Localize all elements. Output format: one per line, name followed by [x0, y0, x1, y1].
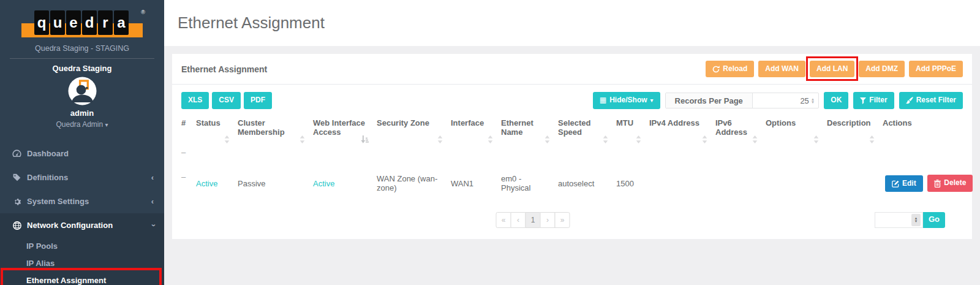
add-dmz-button[interactable]: Add DMZ [859, 61, 905, 77]
pagination-last[interactable]: » [555, 212, 570, 228]
sidebar-item-ip-alias[interactable]: IP Alias [0, 254, 164, 272]
export-csv-button[interactable]: CSV [212, 92, 241, 108]
sort-icon [437, 135, 443, 145]
col-header-index: # [181, 118, 196, 147]
sort-icon [702, 135, 707, 145]
sidebar: q u e d r a ® Quedra Staging - STAGING Q… [0, 0, 164, 285]
logo-letter: d [82, 10, 97, 35]
sidebar-item-ethernet-assignment[interactable]: Ethernet Assignment [0, 272, 164, 285]
cell-security-zone: WAN Zone (wan-zone) [377, 166, 451, 201]
gears-icon [12, 197, 21, 206]
cell-cluster-membership: Passive [238, 166, 313, 201]
sort-icon [300, 135, 305, 145]
sidebar-item-ip-pools[interactable]: IP Pools [0, 237, 164, 254]
records-per-page-input[interactable] [753, 93, 809, 108]
delete-button[interactable]: Delete [927, 175, 973, 191]
sort-icon [813, 135, 819, 145]
cell-status[interactable]: Active [196, 166, 238, 201]
number-spinner[interactable]: ▲▼ [809, 93, 818, 108]
goto-page-input[interactable] [875, 215, 911, 224]
caret-down-icon: ▾ [105, 121, 108, 128]
col-header-ipv4-address[interactable]: IPv4 Address [649, 118, 715, 147]
trash-icon [934, 180, 941, 188]
sidebar-subitem-label: Ethernet Assignment [26, 276, 106, 285]
filter-button[interactable]: Filter [853, 92, 894, 108]
chevron-down-icon: ‹ [148, 224, 157, 226]
pagination-next[interactable]: › [540, 212, 556, 228]
col-header-cluster-membership[interactable]: Cluster Membership [238, 118, 313, 147]
logo-letter-tiles: q u e d r a [34, 10, 129, 35]
hide-show-dropdown[interactable]: ▦ Hide/Show ▾ [593, 92, 660, 108]
table-filter-row: – [181, 147, 963, 166]
sort-icon [488, 135, 493, 145]
user-role-dropdown[interactable]: Quedra Admin ▾ [0, 120, 164, 129]
add-lan-button[interactable]: Add LAN [810, 61, 854, 77]
pagination-first[interactable]: « [496, 212, 511, 228]
tag-icon [12, 173, 21, 181]
logo-letter: a [114, 10, 129, 35]
col-header-ipv6-address[interactable]: IPv6 Address [715, 118, 766, 147]
sidebar-item-dashboard[interactable]: Dashboard [0, 142, 164, 165]
sort-icon [224, 135, 230, 145]
sidebar-item-label: System Settings [27, 197, 89, 206]
page-header: Ethernet Assignment [164, 0, 980, 46]
sidebar-item-system-settings[interactable]: System Settings ‹ [0, 189, 164, 213]
cell-mtu: 1500 [616, 166, 649, 201]
ok-button[interactable]: OK [824, 92, 848, 108]
funnel-icon [860, 97, 866, 104]
col-header-actions: Actions [883, 118, 963, 147]
add-pppoe-button[interactable]: Add PPPoE [909, 61, 963, 77]
table-header-row: # Status Cluster Membership Web Interfac… [181, 118, 963, 147]
col-header-mtu[interactable]: MTU [616, 118, 649, 147]
cell-index: – [181, 166, 196, 201]
edit-button[interactable]: Edit [885, 175, 923, 192]
cell-web-interface-access[interactable]: Active [313, 166, 377, 201]
pagination-prev[interactable]: ‹ [511, 212, 526, 228]
goto-page-input-wrap: ▲▼ [875, 212, 923, 228]
pagination: « ‹ 1 › » [496, 212, 570, 228]
paint-brush-icon [906, 97, 913, 104]
col-header-selected-speed[interactable]: Selected Speed [558, 118, 616, 147]
col-header-options[interactable]: Options [766, 118, 827, 147]
sort-icon [636, 135, 641, 145]
sidebar-item-label: Dashboard [27, 149, 69, 158]
table-footer: « ‹ 1 › » ▲▼ Go [181, 203, 963, 239]
ethernet-assignment-panel: Ethernet Assignment Reload Add WAN Add L… [172, 54, 972, 239]
brand-logo[interactable]: q u e d r a ® [21, 10, 143, 39]
pagination-page-1[interactable]: 1 [526, 212, 541, 228]
sidebar-item-label: Definitions [27, 173, 68, 182]
reload-button[interactable]: Reload [706, 61, 754, 77]
dashboard-icon [12, 150, 21, 158]
go-button[interactable]: Go [923, 212, 945, 228]
table-grid-icon: ▦ [600, 95, 606, 105]
export-pdf-button[interactable]: PDF [244, 92, 272, 108]
records-per-page-label: Records Per Page [666, 93, 753, 108]
reset-filter-button[interactable]: Reset Filter [899, 92, 963, 108]
org-name: Quedra Staging [0, 64, 164, 73]
sidebar-section-network-configuration: Network Configuration ‹ IP Pools IP Alia… [0, 213, 164, 285]
globe-icon [12, 221, 21, 230]
col-header-description[interactable]: Description [827, 118, 883, 147]
cell-options [766, 166, 827, 201]
sort-icon [869, 135, 875, 145]
number-spinner[interactable]: ▲▼ [911, 214, 921, 226]
table-toolbar: XLS CSV PDF ▦ Hide/Show ▾ Records Per [181, 92, 963, 108]
sidebar-nav: Dashboard Definitions ‹ System Settings … [0, 142, 164, 285]
sidebar-divider [10, 58, 154, 59]
export-xls-button[interactable]: XLS [181, 92, 209, 108]
col-header-ethernet-name[interactable]: Ethernet Name [501, 118, 558, 147]
panel-title: Ethernet Assignment [181, 64, 267, 74]
logo-letter: e [66, 10, 81, 35]
col-header-status[interactable]: Status [196, 118, 238, 147]
sidebar-header: q u e d r a ® Quedra Staging - STAGING Q… [0, 0, 164, 129]
goto-page-control: ▲▼ Go [875, 212, 945, 228]
export-buttons: XLS CSV PDF [181, 92, 272, 108]
cell-ipv6-address [715, 166, 766, 201]
cell-ethernet-name: em0 - Physical [501, 166, 558, 201]
sidebar-item-network-configuration[interactable]: Network Configuration ‹ [0, 213, 164, 237]
sidebar-item-definitions[interactable]: Definitions ‹ [0, 165, 164, 189]
col-header-web-interface-access[interactable]: Web Interface Access [313, 118, 377, 147]
add-wan-button[interactable]: Add WAN [758, 61, 805, 77]
col-header-interface[interactable]: Interface [451, 118, 501, 147]
col-header-security-zone[interactable]: Security Zone [377, 118, 451, 147]
